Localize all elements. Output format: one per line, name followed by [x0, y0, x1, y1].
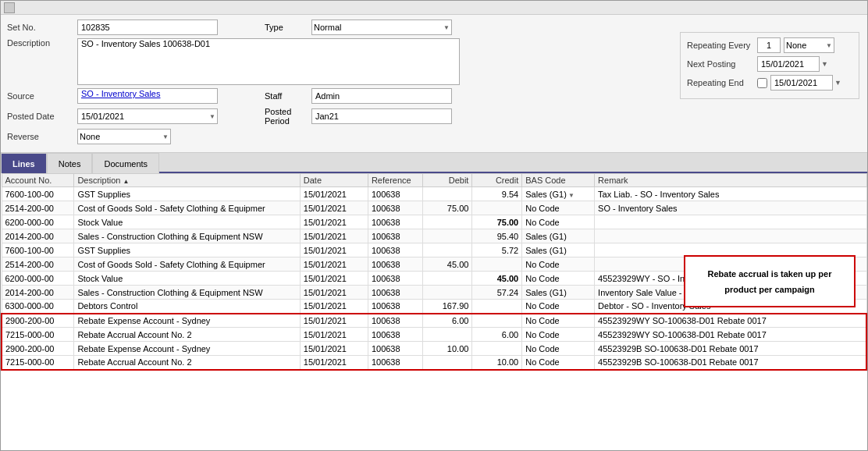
ref-cell: 100638 [368, 243, 422, 257]
repeating-unit-select[interactable]: None [784, 37, 834, 53]
remark-cell: Tax Liab. - SO - Inventory Sales [595, 187, 866, 201]
debit-cell [422, 328, 472, 342]
ref-cell: 100638 [368, 187, 422, 201]
credit-cell: 45.00 [472, 272, 522, 286]
bas-cell: No Code [522, 257, 595, 272]
col-header-remark: Remark [595, 174, 866, 187]
repeating-end-dropdown-icon[interactable]: ▼ [834, 79, 841, 87]
type-label: Type [218, 23, 311, 32]
desc-cell: Sales - Construction Clothing & Equipmen… [74, 229, 300, 243]
acct-cell: 7600-100-00 [2, 243, 74, 257]
bas-cell: No Code [522, 314, 595, 328]
credit-cell: 95.40 [472, 229, 522, 243]
bas-dropdown-icon[interactable]: ▼ [567, 192, 575, 199]
posted-date-input[interactable] [77, 108, 218, 124]
remark-cell: 45523929B SO-100638-D01 Rebate 0017 [595, 342, 866, 356]
remark-cell: 45523929WY SO-100638-D01 Rebate 0017 [595, 328, 866, 342]
acct-cell: 6300-000-00 [2, 300, 74, 314]
bas-cell: No Code [522, 356, 595, 370]
table-row: 2514-200-00Cost of Goods Sold - Safety C… [2, 201, 866, 215]
col-header-ref: Reference [368, 174, 422, 187]
next-posting-dropdown-icon[interactable]: ▼ [821, 60, 828, 68]
repeating-every-label: Repeating Every [687, 41, 757, 50]
acct-cell: 7215-000-00 [2, 328, 74, 342]
desc-cell: Stock Value [74, 215, 300, 229]
acct-cell: 2514-200-00 [2, 257, 74, 272]
debit-cell: 167.90 [422, 300, 472, 314]
credit-cell: 10.00 [472, 356, 522, 370]
date-cell: 15/01/2021 [300, 257, 368, 272]
col-header-desc: Description ▲ [74, 174, 300, 187]
credit-cell: 57.24 [472, 286, 522, 300]
ref-cell: 100638 [368, 257, 422, 272]
date-cell: 15/01/2021 [300, 187, 368, 201]
acct-cell: 2900-200-00 [2, 314, 74, 328]
desc-cell: GST Supplies [74, 187, 300, 201]
desc-cell: Debtors Control [74, 300, 300, 314]
acct-cell: 6200-000-00 [2, 215, 74, 229]
ref-cell: 100638 [368, 356, 422, 370]
debit-cell: 75.00 [422, 201, 472, 215]
desc-cell: GST Supplies [74, 243, 300, 257]
debit-cell: 6.00 [422, 314, 472, 328]
desc-cell: Cost of Goods Sold - Safety Clothing & E… [74, 201, 300, 215]
tab-lines[interactable]: Lines [1, 153, 47, 173]
credit-cell [472, 314, 522, 328]
acct-cell: 2900-200-00 [2, 342, 74, 356]
ref-cell: 100638 [368, 328, 422, 342]
date-cell: 15/01/2021 [300, 286, 368, 300]
set-no-label: Set No. [7, 23, 77, 32]
repeating-every-input[interactable] [757, 37, 781, 53]
col-header-debit: Debit [422, 174, 472, 187]
debit-cell [422, 243, 472, 257]
credit-cell [472, 300, 522, 314]
date-cell: 15/01/2021 [300, 328, 368, 342]
repeating-unit-wrapper[interactable]: None [784, 37, 834, 53]
reverse-select[interactable]: None [77, 129, 171, 144]
bas-cell: No Code [522, 342, 595, 356]
date-cell: 15/01/2021 [300, 342, 368, 356]
repeating-end-input[interactable] [770, 75, 833, 91]
posted-date-label: Posted Date [7, 112, 77, 121]
next-posting-input[interactable] [757, 56, 820, 72]
repeating-end-label: Repeating End [687, 78, 757, 87]
type-select-wrapper[interactable]: Normal [311, 20, 452, 35]
credit-cell [472, 201, 522, 215]
tab-documents[interactable]: Documents [92, 153, 159, 173]
source-link[interactable]: SO - Inventory Sales [77, 88, 218, 104]
date-cell: 15/01/2021 [300, 243, 368, 257]
table-row: 7215-000-00Rebate Accrual Account No. 21… [2, 356, 866, 370]
tab-notes[interactable]: Notes [47, 153, 93, 173]
debit-cell [422, 272, 472, 286]
description-label: Description [7, 38, 77, 48]
debit-cell [422, 286, 472, 300]
date-cell: 15/01/2021 [300, 201, 368, 215]
staff-input[interactable] [311, 88, 452, 104]
bas-cell: No Code [522, 328, 595, 342]
acct-cell: 2014-200-00 [2, 229, 74, 243]
credit-cell: 5.72 [472, 243, 522, 257]
repeating-end-checkbox[interactable] [757, 78, 767, 88]
debit-cell [422, 215, 472, 229]
description-input[interactable]: SO - Inventory Sales 100638-D01 [77, 38, 460, 85]
posted-date-wrapper[interactable] [77, 108, 218, 124]
ref-cell: 100638 [368, 201, 422, 215]
posted-period-input[interactable] [311, 108, 452, 124]
table-wrapper[interactable]: Account No. Description ▲ Date Reference… [1, 173, 867, 450]
ref-cell: 100638 [368, 272, 422, 286]
reverse-select-wrapper[interactable]: None [77, 129, 171, 144]
debit-cell [422, 356, 472, 370]
desc-cell: Rebate Accrual Account No. 2 [74, 328, 300, 342]
date-cell: 15/01/2021 [300, 215, 368, 229]
bas-cell: Sales (G1) ▼ [522, 187, 595, 201]
ref-cell: 100638 [368, 342, 422, 356]
right-panel: Repeating Every None Next Posting ▼ Repe… [680, 32, 859, 99]
bas-cell: No Code [522, 201, 595, 215]
credit-cell: 6.00 [472, 328, 522, 342]
table-section: Account No. Description ▲ Date Reference… [1, 173, 867, 450]
table-row: 2014-200-00Sales - Construction Clothing… [2, 229, 866, 243]
bas-cell: No Code [522, 215, 595, 229]
bas-cell: Sales (G1) [522, 229, 595, 243]
set-no-input[interactable] [77, 20, 218, 35]
type-select[interactable]: Normal [311, 20, 452, 35]
